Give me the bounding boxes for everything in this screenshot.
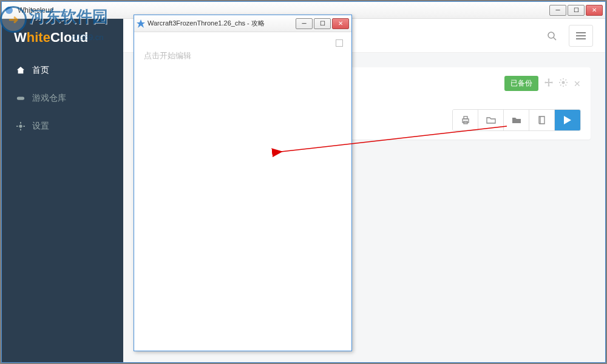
sidebar-item-label: 首页 — [32, 65, 49, 76]
minimize-button[interactable]: ─ — [549, 5, 566, 16]
book-button[interactable] — [529, 110, 555, 130]
sidebar: WhiteCloud 首页 游戏仓库 设置 — [2, 19, 123, 362]
sidebar-item-library[interactable]: 游戏仓库 — [2, 84, 123, 112]
action-group — [452, 109, 581, 131]
folder-icon — [512, 115, 521, 125]
popup-window-controls: ─ ☐ ✕ — [296, 18, 349, 29]
sidebar-item-label: 设置 — [32, 121, 49, 132]
search-box[interactable] — [547, 31, 557, 41]
svg-rect-10 — [464, 116, 467, 119]
folder-open-button[interactable] — [478, 110, 504, 130]
close-button[interactable]: ✕ — [586, 5, 603, 16]
sidebar-logo: WhiteCloud — [2, 19, 123, 56]
search-icon — [547, 31, 557, 41]
popup-checkbox[interactable] — [336, 39, 343, 47]
main-window-controls: ─ ☐ ✕ — [549, 5, 603, 16]
svg-point-2 — [19, 124, 22, 127]
move-icon[interactable] — [544, 78, 553, 89]
popup-maximize-button[interactable]: ☐ — [314, 18, 331, 29]
svg-point-3 — [548, 32, 554, 38]
svg-point-8 — [562, 81, 565, 84]
folder-button[interactable] — [504, 110, 529, 130]
gear-icon — [16, 122, 25, 130]
popup-window: Warcraft3FrozenThrone1.26_chs - 攻略 ─ ☐ ✕… — [134, 15, 352, 351]
popup-minimize-button[interactable]: ─ — [296, 18, 313, 29]
popup-body[interactable]: 点击开始编辑 — [134, 32, 351, 351]
popup-app-icon — [137, 19, 145, 28]
main-title: Whitecloud — [18, 6, 549, 15]
app-icon — [4, 5, 14, 15]
gamepad-icon — [16, 94, 25, 103]
play-button[interactable] — [555, 110, 580, 130]
book-icon — [537, 115, 547, 125]
home-icon — [16, 66, 25, 75]
sidebar-item-home[interactable]: 首页 — [2, 56, 123, 84]
play-icon — [564, 116, 571, 124]
menu-button[interactable] — [569, 25, 593, 47]
popup-placeholder: 点击开始编辑 — [144, 50, 342, 61]
svg-line-4 — [554, 38, 556, 40]
popup-titlebar[interactable]: Warcraft3FrozenThrone1.26_chs - 攻略 ─ ☐ ✕ — [134, 15, 351, 32]
menu-icon — [576, 32, 586, 39]
settings-icon[interactable] — [559, 78, 568, 89]
svg-point-0 — [5, 7, 13, 14]
folder-open-icon — [486, 115, 496, 125]
maximize-button[interactable]: ☐ — [568, 5, 585, 16]
sidebar-item-settings[interactable]: 设置 — [2, 112, 123, 140]
print-icon — [461, 115, 470, 125]
sidebar-item-label: 游戏仓库 — [32, 93, 66, 104]
popup-title: Warcraft3FrozenThrone1.26_chs - 攻略 — [148, 19, 296, 28]
popup-close-button[interactable]: ✕ — [332, 18, 349, 29]
backup-badge: 已备份 — [504, 76, 538, 91]
svg-rect-1 — [17, 96, 24, 99]
close-card-icon[interactable]: ✕ — [574, 79, 581, 89]
print-button[interactable] — [453, 110, 478, 130]
logo-text: WhiteCloud — [14, 30, 88, 45]
